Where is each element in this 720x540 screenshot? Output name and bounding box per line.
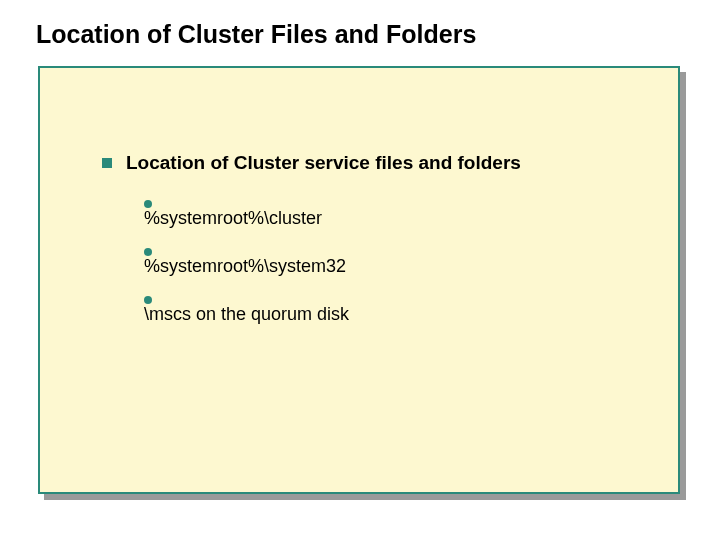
section-heading-text: Location of Cluster service files and fo… <box>126 152 521 174</box>
list-item: %systemroot%\system32 <box>144 248 346 277</box>
square-bullet-icon <box>102 158 112 168</box>
list-item-text: %systemroot%\system32 <box>144 256 346 277</box>
list-item: \mscs on the quorum disk <box>144 296 349 325</box>
round-bullet-icon <box>144 296 152 304</box>
list-item: %systemroot%\cluster <box>144 200 322 229</box>
round-bullet-icon <box>144 248 152 256</box>
list-item-text: \mscs on the quorum disk <box>144 304 349 325</box>
list-item-text: %systemroot%\cluster <box>144 208 322 229</box>
section-heading: Location of Cluster service files and fo… <box>102 152 521 174</box>
content-box <box>38 66 680 494</box>
round-bullet-icon <box>144 200 152 208</box>
slide-title: Location of Cluster Files and Folders <box>36 20 476 49</box>
